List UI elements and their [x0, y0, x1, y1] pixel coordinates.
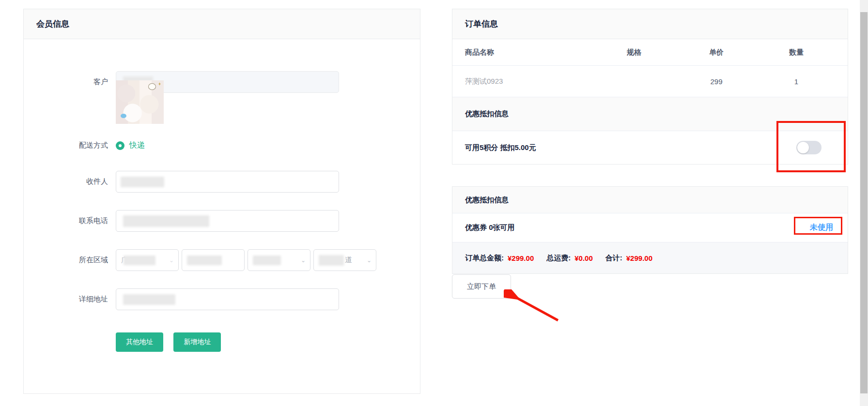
chevron-down-icon: ⌄	[301, 257, 306, 264]
order-total-label: 订单总金额:	[465, 254, 504, 263]
region-selects: 广 ⌄ ⌄ 道 ⌄	[116, 249, 376, 271]
order-info-card: 订单信息 商品名称 规格 单价 数量 萍测试0923 299 1 优惠抵扣信息 …	[452, 9, 848, 165]
delivery-row: 配送方式 快递	[55, 140, 420, 150]
address-input[interactable]	[116, 288, 339, 310]
product-price: 299	[675, 77, 758, 86]
redacted-recipient-value	[121, 177, 164, 187]
add-address-button[interactable]: 新增地址	[173, 332, 221, 352]
place-order-button[interactable]: 立即下单	[452, 274, 511, 299]
member-form: 客户 配送方式 快递 收件人	[24, 39, 420, 352]
region-label: 所在区域	[55, 256, 108, 265]
page: 会员信息 客户 配送方式 快递	[0, 0, 868, 406]
annotation-arrow	[504, 289, 564, 326]
delivery-option-express[interactable]: 快递	[129, 140, 145, 150]
chevron-down-icon: ⌄	[169, 257, 174, 264]
blue-mark	[121, 114, 126, 118]
phone-label: 联系电话	[55, 216, 108, 226]
shipping-value: ¥0.00	[574, 254, 593, 262]
discount-section-title: 优惠抵扣信息	[452, 97, 848, 131]
coupon-section-title: 优惠抵扣信息	[452, 187, 848, 213]
col-quantity: 数量	[758, 48, 835, 57]
delivery-radio-selected-icon[interactable]	[116, 141, 124, 150]
phone-input[interactable]	[116, 210, 339, 232]
coupon-card: 优惠抵扣信息 优惠券 0张可用 未使用 订单总金额: ¥299.00 总运费: …	[452, 186, 848, 274]
sum-label: 合计:	[605, 254, 622, 263]
address-buttons: 其他地址 新增地址	[116, 332, 420, 352]
col-unit-price: 单价	[675, 48, 758, 57]
coupon-row: 优惠券 0张可用 未使用	[452, 213, 848, 242]
recipient-row: 收件人 萍	[55, 171, 420, 193]
redacted-province	[124, 256, 155, 265]
table-row: 萍测试0923 299 1	[452, 66, 848, 97]
smiley-face-icon	[148, 83, 156, 90]
other-address-button[interactable]: 其他地址	[116, 332, 163, 352]
address-label: 详细地址	[55, 295, 108, 304]
street-visible-char: 道	[345, 256, 352, 265]
order-total-value: ¥299.00	[508, 254, 534, 262]
points-row: 可用5积分 抵扣5.00元	[452, 131, 848, 164]
city-select[interactable]	[182, 249, 245, 271]
col-spec: 规格	[593, 48, 675, 57]
toggle-knob	[797, 142, 809, 153]
totals-row: 订单总金额: ¥299.00 总运费: ¥0.00 合计: ¥299.00	[452, 242, 848, 273]
member-info-title: 会员信息	[24, 9, 420, 39]
district-select[interactable]: ⌄	[248, 249, 310, 271]
product-qty: 1	[758, 77, 835, 86]
redacted-phone-value	[123, 215, 209, 227]
order-table-header: 商品名称 规格 单价 数量	[452, 39, 848, 66]
redacted-address-value	[123, 294, 175, 305]
coupon-status-link[interactable]: 未使用	[810, 223, 833, 233]
region-row: 所在区域 广 ⌄ ⌄ 道	[55, 249, 420, 271]
recipient-input[interactable]: 萍	[116, 171, 339, 193]
spark-icon	[158, 82, 161, 86]
points-text: 可用5积分 抵扣5.00元	[465, 143, 536, 152]
delivery-label: 配送方式	[55, 141, 108, 150]
col-product-name: 商品名称	[465, 48, 593, 57]
sum-value: ¥299.00	[626, 254, 652, 262]
phone-row: 联系电话	[55, 210, 420, 232]
order-info-title: 订单信息	[452, 9, 848, 39]
street-select[interactable]: 道 ⌄	[313, 249, 376, 271]
shipping-label: 总运费:	[546, 254, 571, 263]
province-select[interactable]: 广 ⌄	[116, 249, 179, 271]
recipient-label: 收件人	[55, 177, 108, 186]
points-toggle-off[interactable]	[796, 141, 822, 154]
redacted-street	[319, 255, 344, 266]
member-info-card: 会员信息 客户 配送方式 快递	[23, 9, 420, 394]
customer-avatar	[116, 80, 164, 124]
scrollbar-thumb[interactable]	[860, 12, 868, 393]
redacted-district	[253, 256, 281, 265]
address-row: 详细地址	[55, 288, 420, 310]
product-name: 萍测试0923	[465, 77, 593, 86]
chevron-down-icon: ⌄	[367, 257, 372, 264]
coupon-text: 优惠券 0张可用	[465, 223, 515, 232]
redacted-city	[187, 256, 222, 265]
vertical-scrollbar[interactable]	[860, 0, 868, 406]
